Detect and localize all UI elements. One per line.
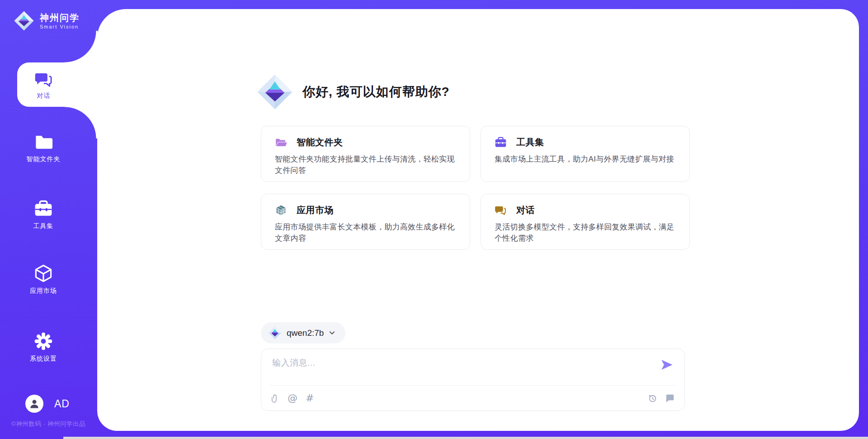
send-button[interactable] — [660, 358, 674, 372]
card-title: 智能文件夹 — [297, 136, 343, 148]
brand-subtitle: Smart Vision — [40, 24, 80, 29]
composer-toolbar: @ # — [270, 386, 675, 411]
chevron-down-icon — [329, 329, 335, 336]
feature-cards: 智能文件夹 智能文件夹功能支持批量文件上传与清洗，轻松实现文件问答 工具集 集成… — [261, 126, 690, 250]
sidebar-item-settings[interactable]: 系统设置 — [0, 332, 87, 363]
greeting-title: 你好, 我可以如何帮助你? — [302, 83, 450, 100]
sidebar-item-toolset[interactable]: 工具集 — [0, 199, 87, 230]
greeting: 你好, 我可以如何帮助你? — [256, 72, 450, 111]
attach-file-button[interactable] — [270, 393, 279, 403]
card-smart-folder[interactable]: 智能文件夹 智能文件夹功能支持批量文件上传与清洗，轻松实现文件问答 — [261, 126, 470, 182]
folder-icon — [34, 132, 53, 151]
card-title: 工具集 — [516, 136, 544, 148]
at-sign-icon: @ — [288, 393, 297, 403]
card-header: 对话 — [495, 204, 677, 216]
history-icon — [647, 393, 657, 403]
card-header: 应用市场 — [275, 204, 457, 216]
model-name: qwen2:7b — [287, 328, 324, 338]
avatar — [25, 395, 43, 413]
sidebar-item-label: 智能文件夹 — [27, 155, 61, 163]
card-title: 对话 — [516, 204, 535, 216]
history-button[interactable] — [647, 393, 657, 403]
sidebar: 神州问学 Smart Vision 对话 智能文件夹 工具集 — [0, 0, 97, 439]
chat-bubbles-icon — [34, 70, 53, 89]
cube-icon — [34, 264, 53, 283]
card-toolset[interactable]: 工具集 集成市场上主流工具，助力AI与外界无缝扩展与对接 — [481, 126, 690, 182]
cube-icon — [275, 204, 287, 216]
send-plane-icon — [660, 358, 674, 372]
conversation-button[interactable] — [665, 393, 675, 403]
message-input[interactable] — [272, 357, 652, 381]
card-description: 灵活切换多模型文件，支持多样回复效果调试，满足个性化需求 — [495, 221, 677, 244]
card-header: 智能文件夹 — [275, 136, 457, 148]
gem-diamond-icon — [14, 10, 34, 32]
briefcase-icon — [34, 199, 53, 218]
card-description: 集成市场上主流工具，助力AI与外界无缝扩展与对接 — [495, 153, 677, 165]
user-account[interactable]: AD — [25, 395, 70, 413]
composer-toolbar-right — [647, 393, 675, 403]
hash-icon: # — [306, 393, 314, 403]
gem-diamond-icon — [256, 72, 293, 111]
chat-bubble-filled-icon — [665, 393, 675, 403]
message-composer: @ # — [261, 348, 685, 411]
card-description: 智能文件夹功能支持批量文件上传与清洗，轻松实现文件问答 — [275, 153, 457, 176]
card-title: 应用市场 — [297, 204, 334, 216]
sidebar-item-chat[interactable]: 对话 — [17, 62, 98, 107]
main-panel: 你好, 我可以如何帮助你? 智能文件夹 智能文件夹功能支持批量文件上传与清洗，轻… — [97, 9, 859, 431]
brand-logo: 神州问学 Smart Vision — [14, 10, 80, 32]
gear-icon — [34, 332, 53, 351]
window-bottom-edge — [63, 437, 868, 439]
sidebar-item-label: 对话 — [37, 92, 51, 100]
sidebar-item-label: 应用市场 — [30, 287, 57, 295]
card-header: 工具集 — [495, 136, 677, 148]
card-app-market[interactable]: 应用市场 应用市场提供丰富长文本模板，助力高效生成多样化文章内容 — [261, 194, 470, 250]
model-selector[interactable]: qwen2:7b — [261, 322, 345, 344]
brand-name: 神州问学 — [40, 12, 80, 23]
sidebar-item-smart-folder[interactable]: 智能文件夹 — [0, 132, 87, 163]
sidebar-item-app-market[interactable]: 应用市场 — [0, 264, 87, 295]
card-chat[interactable]: 对话 灵活切换多模型文件，支持多样回复效果调试，满足个性化需求 — [481, 194, 690, 250]
sidebar-item-label: 工具集 — [33, 222, 54, 230]
active-tab-top-curve — [65, 31, 98, 62]
user-name: AD — [54, 398, 70, 410]
app-window: 神州问学 Smart Vision 对话 智能文件夹 工具集 — [0, 0, 868, 439]
paperclip-icon — [270, 393, 279, 403]
copyright-footer: ©神州数码 · 神州问学出品 — [11, 420, 85, 428]
topic-button[interactable]: # — [306, 393, 314, 403]
card-description: 应用市场提供丰富长文本模板，助力高效生成多样化文章内容 — [275, 221, 457, 244]
brand-text: 神州问学 Smart Vision — [40, 12, 80, 29]
briefcase-icon — [495, 136, 507, 148]
user-icon — [28, 398, 40, 410]
folder-open-icon — [275, 136, 287, 148]
sidebar-item-label: 系统设置 — [30, 355, 57, 363]
gem-diamond-icon — [268, 326, 282, 340]
mention-button[interactable]: @ — [288, 393, 297, 403]
chat-bubbles-icon — [495, 204, 507, 216]
